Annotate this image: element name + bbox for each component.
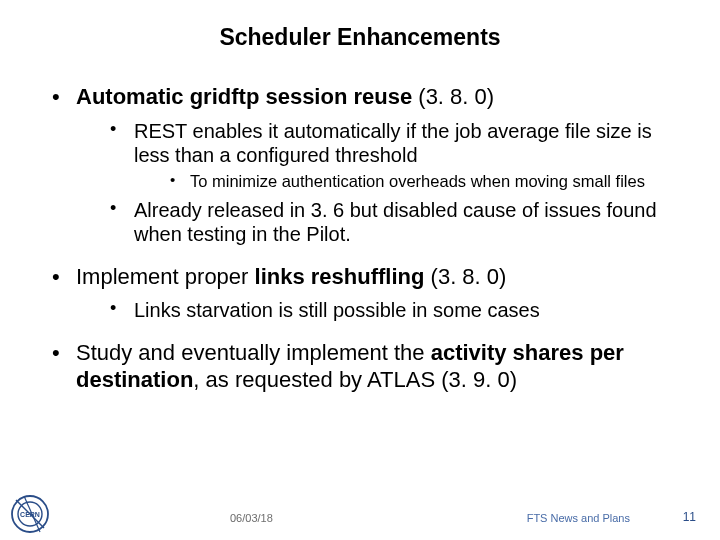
bullet-2-sub-1-text: Links starvation is still possible in so… bbox=[134, 299, 540, 321]
slide: Scheduler Enhancements Automatic gridftp… bbox=[0, 0, 720, 540]
slide-content: Automatic gridftp session reuse (3. 8. 0… bbox=[40, 83, 680, 394]
svg-text:CERN: CERN bbox=[20, 511, 40, 518]
bullet-2-sublist: Links starvation is still possible in so… bbox=[76, 298, 680, 322]
slide-title: Scheduler Enhancements bbox=[40, 24, 680, 51]
bullet-1-sub-1-sublist: To minimize authentication overheads whe… bbox=[134, 171, 680, 192]
bullet-2-sub-1: Links starvation is still possible in so… bbox=[104, 298, 680, 322]
bullet-1-sub-1a: To minimize authentication overheads whe… bbox=[164, 171, 680, 192]
bullet-3-pre: Study and eventually implement the bbox=[76, 340, 431, 365]
bullet-1-sub-2-text: Already released in 3. 6 but disabled ca… bbox=[134, 199, 657, 245]
bullet-1-text: Automatic gridftp session reuse (3. 8. 0… bbox=[76, 84, 494, 109]
footer-title: FTS News and Plans bbox=[527, 512, 630, 524]
cern-logo-icon: CERN bbox=[10, 494, 50, 534]
bullet-2: Implement proper links reshuffling (3. 8… bbox=[48, 263, 680, 323]
bullet-3-text: Study and eventually implement the activ… bbox=[76, 340, 624, 393]
footer-page-number: 11 bbox=[683, 510, 696, 524]
bullet-1-sub-1-text: REST enables it automatically if the job… bbox=[134, 120, 652, 166]
bullet-list: Automatic gridftp session reuse (3. 8. 0… bbox=[48, 83, 680, 394]
bullet-1-sub-1: REST enables it automatically if the job… bbox=[104, 119, 680, 192]
bullet-3: Study and eventually implement the activ… bbox=[48, 339, 680, 394]
bullet-1-sub-1a-text: To minimize authentication overheads whe… bbox=[190, 172, 645, 190]
bullet-2-post: (3. 8. 0) bbox=[424, 264, 506, 289]
bullet-1-sublist: REST enables it automatically if the job… bbox=[76, 119, 680, 247]
bullet-2-pre: Implement proper bbox=[76, 264, 255, 289]
bullet-2-text: Implement proper links reshuffling (3. 8… bbox=[76, 264, 506, 289]
bullet-1-suffix: (3. 8. 0) bbox=[412, 84, 494, 109]
bullet-2-bold: links reshuffling bbox=[255, 264, 425, 289]
bullet-3-post: , as requested by ATLAS (3. 9. 0) bbox=[193, 367, 517, 392]
footer-date: 06/03/18 bbox=[230, 512, 273, 524]
bullet-1-bold: Automatic gridftp session reuse bbox=[76, 84, 412, 109]
bullet-1-sub-2: Already released in 3. 6 but disabled ca… bbox=[104, 198, 680, 247]
bullet-1: Automatic gridftp session reuse (3. 8. 0… bbox=[48, 83, 680, 247]
footer: CERN 06/03/18 FTS News and Plans 11 bbox=[0, 494, 720, 540]
